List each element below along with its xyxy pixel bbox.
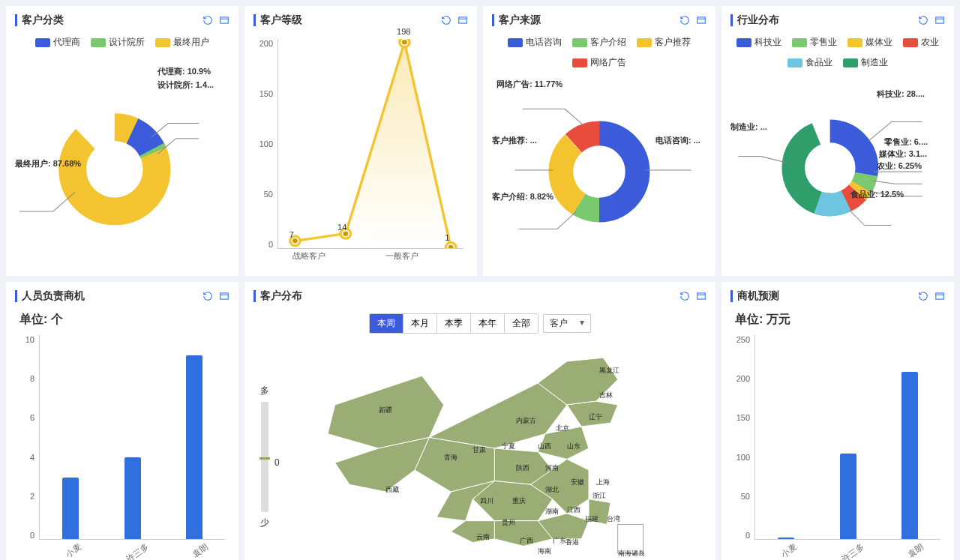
bar[interactable] (124, 457, 141, 539)
province-label[interactable]: 宁夏 (502, 442, 515, 450)
province-label[interactable]: 内蒙古 (516, 417, 536, 424)
legend-label: 制造业 (861, 56, 888, 69)
refresh-icon[interactable] (680, 15, 690, 25)
province-label[interactable]: 湖北 (545, 486, 559, 493)
svg-rect-58 (698, 293, 706, 299)
period-tab[interactable]: 全部 (505, 314, 538, 333)
donut-label: 电话咨询: ... (656, 135, 700, 146)
bar[interactable] (186, 355, 202, 539)
legend-industry-dist: 科技业零售业媒体业农业食品业制造业 (730, 36, 945, 69)
province-label[interactable]: 广东 (553, 537, 566, 544)
province-label[interactable]: 辽宁 (589, 413, 602, 421)
bar[interactable] (902, 372, 918, 539)
province-label[interactable]: 甘肃 (472, 446, 486, 454)
province-label[interactable]: 山东 (567, 442, 580, 450)
legend-item[interactable]: 最终用户 (155, 36, 209, 49)
expand-icon[interactable] (696, 15, 706, 25)
y-tick: 150 (730, 413, 750, 422)
refresh-icon[interactable] (918, 291, 928, 301)
donut-label: 农业: 6.25% (877, 160, 922, 172)
x-label: 战略客户 (292, 250, 326, 268)
legend-swatch-icon (572, 58, 587, 67)
y-tick: 6 (15, 413, 34, 422)
province-label[interactable]: 重庆 (513, 497, 526, 505)
province-label[interactable]: 江西 (567, 506, 580, 514)
province-label[interactable]: 上海 (596, 478, 610, 486)
refresh-icon[interactable] (202, 15, 213, 25)
province-label[interactable]: 云南 (476, 533, 490, 541)
legend-item[interactable]: 客户推荐 (637, 36, 691, 49)
svg-point-19 (343, 231, 348, 235)
expand-icon[interactable] (934, 15, 945, 25)
legend-swatch-icon (35, 38, 50, 47)
province-label[interactable]: 陕西 (516, 464, 530, 472)
refresh-icon[interactable] (441, 15, 452, 25)
province-label[interactable]: 北京 (556, 424, 570, 432)
china-map[interactable]: 多 0 少 (254, 340, 706, 559)
svg-point-18 (292, 238, 298, 243)
expand-icon[interactable] (219, 291, 230, 301)
province-label[interactable]: 安徽 (571, 478, 584, 486)
province-label[interactable]: 河南 (545, 464, 559, 472)
bar[interactable] (62, 478, 79, 539)
legend-label: 媒体业 (866, 36, 892, 49)
province-label[interactable]: 广西 (520, 537, 533, 544)
province-label[interactable]: 贵州 (502, 519, 515, 526)
legend-swatch-icon (736, 38, 752, 47)
province-label[interactable]: 香港 (566, 538, 579, 546)
period-tab[interactable]: 本周 (370, 314, 404, 333)
bar[interactable] (778, 538, 794, 539)
svg-rect-56 (220, 293, 229, 299)
legend-swatch-icon (792, 38, 807, 47)
svg-line-32 (557, 211, 577, 229)
legend-item[interactable]: 代理商 (35, 36, 80, 49)
legend-item[interactable]: 农业 (903, 36, 939, 49)
province-label[interactable]: 福建 (585, 515, 598, 523)
legend-item[interactable]: 设计院所 (91, 36, 145, 49)
y-tick: 100 (730, 453, 750, 462)
period-tab[interactable]: 本年 (471, 314, 505, 333)
province-label[interactable]: 黑龙江 (600, 367, 620, 374)
data-label: 14 (338, 223, 346, 232)
refresh-icon[interactable] (680, 291, 690, 301)
period-tab[interactable]: 本月 (404, 314, 437, 333)
entity-select[interactable]: 客户 (543, 314, 591, 333)
expand-icon[interactable] (219, 15, 230, 25)
period-tab[interactable]: 本季 (437, 314, 471, 333)
expand-icon[interactable] (458, 15, 468, 25)
refresh-icon[interactable] (918, 15, 928, 25)
province-label[interactable]: 海南 (538, 547, 551, 555)
province-label[interactable]: 台湾 (607, 515, 620, 523)
bar-chart-staff-opp: 1086420 小麦许三多袁朗 (15, 335, 230, 559)
province-label[interactable]: 浙江 (592, 492, 606, 499)
province-label[interactable]: 山西 (538, 442, 551, 450)
donut-label: 制造业: ... (730, 121, 767, 133)
province-label[interactable]: 西藏 (386, 486, 399, 493)
donut-label: 网络广告: 11.77% (496, 79, 562, 90)
donut-label: 零售业: 6.... (884, 136, 928, 148)
province-label[interactable]: 新疆 (379, 406, 392, 414)
province-label[interactable]: 吉林 (600, 391, 614, 399)
svg-line-54 (761, 157, 786, 163)
province-label[interactable]: 湖南 (545, 508, 559, 515)
province-label[interactable]: 青海 (444, 454, 458, 461)
legend-swatch-icon (788, 58, 802, 67)
legend-item[interactable]: 科技业 (736, 36, 782, 49)
refresh-icon[interactable] (202, 291, 213, 301)
legend-item[interactable]: 制造业 (843, 56, 888, 69)
legend-item[interactable]: 网络广告 (572, 56, 626, 69)
legend-item[interactable]: 客户介绍 (572, 36, 626, 49)
expand-icon[interactable] (696, 291, 706, 301)
card-opp-forecast: 商机预测 单位: 万元 250200150100500 小麦许三多袁朗 (722, 282, 954, 560)
province-label[interactable]: 南海诸岛 (618, 550, 645, 557)
svg-rect-61 (936, 293, 944, 299)
province-label[interactable]: 四川 (480, 497, 494, 505)
legend-item[interactable]: 食品业 (788, 56, 832, 69)
legend-item[interactable]: 媒体业 (848, 36, 892, 49)
y-tick: 10 (15, 335, 34, 344)
expand-icon[interactable] (934, 291, 945, 301)
legend-item[interactable]: 电话咨询 (508, 36, 562, 49)
legend-item[interactable]: 零售业 (792, 36, 837, 49)
card-title: 人员负责商机 (15, 289, 85, 303)
bar[interactable] (840, 454, 856, 539)
